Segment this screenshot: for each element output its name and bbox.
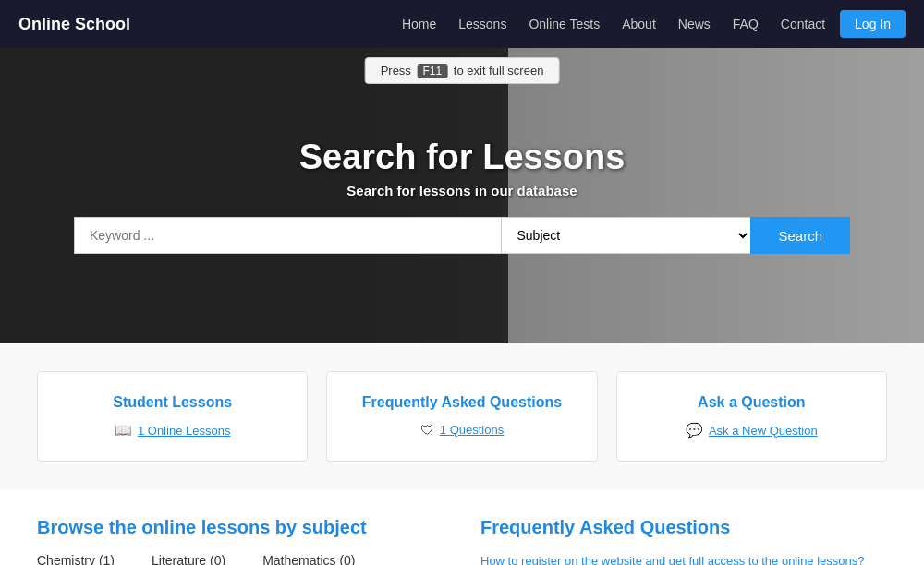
login-button[interactable]: Log In xyxy=(840,10,906,38)
subject-list: Chemistry (1) Literature (0) Mathematics… xyxy=(37,553,444,565)
card-faq: Frequently Asked Questions 🛡 1 Questions xyxy=(326,371,597,462)
card-link-2[interactable]: Ask a New Question xyxy=(709,424,818,438)
hero-title: Search for Lessons xyxy=(299,138,626,177)
nav-online-tests[interactable]: Online Tests xyxy=(529,17,600,31)
toast-key: F11 xyxy=(418,64,448,78)
faq-title: Frequently Asked Questions xyxy=(480,517,887,538)
card-meta-1: 🛡 1 Questions xyxy=(355,422,568,438)
nav-faq[interactable]: FAQ xyxy=(733,17,759,31)
browse-column: Browse the online lessons by subject Che… xyxy=(37,517,444,565)
cards-section: Student Lessons 📖 1 Online Lessons Frequ… xyxy=(0,343,924,489)
site-logo: Online School xyxy=(18,15,130,34)
nav-home[interactable]: Home xyxy=(402,17,436,31)
nav-lessons[interactable]: Lessons xyxy=(458,17,506,31)
card-icon-1: 🛡 xyxy=(420,422,434,438)
card-ask-question: Ask a Question 💬 Ask a New Question xyxy=(616,371,887,462)
card-icon-2: 💬 xyxy=(686,422,703,439)
subject-item-1[interactable]: Literature (0) xyxy=(152,553,225,565)
hero-section: Press F11 to exit full screen Search for… xyxy=(0,48,924,343)
browse-title: Browse the online lessons by subject xyxy=(37,517,444,538)
card-link-1[interactable]: 1 Questions xyxy=(440,423,504,437)
toast-suffix: to exit full screen xyxy=(454,64,544,78)
keyword-input[interactable] xyxy=(74,217,501,254)
fullscreen-toast: Press F11 to exit full screen xyxy=(365,57,560,84)
search-button[interactable]: Search xyxy=(750,217,850,254)
bottom-section: Browse the online lessons by subject Che… xyxy=(0,489,924,565)
card-meta-0: 📖 1 Online Lessons xyxy=(66,422,279,439)
card-title-0: Student Lessons xyxy=(66,394,279,411)
subject-item-2[interactable]: Mathematics (0) xyxy=(262,553,355,565)
faq-item-0: How to register on the website and get f… xyxy=(480,553,887,565)
card-meta-2: 💬 Ask a New Question xyxy=(645,422,858,439)
toast-prefix: Press xyxy=(381,64,411,78)
nav-about[interactable]: About xyxy=(622,17,656,31)
navbar: Online School Home Lessons Online Tests … xyxy=(0,0,924,48)
hero-content: Search for Lessons Search for lessons in… xyxy=(299,138,626,198)
subject-select[interactable]: Subject Chemistry Literature Mathematics… xyxy=(501,217,750,254)
faq-column: Frequently Asked Questions How to regist… xyxy=(480,517,887,565)
card-link-0[interactable]: 1 Online Lessons xyxy=(138,424,230,438)
card-title-2: Ask a Question xyxy=(645,394,858,411)
faq-link-0[interactable]: How to register on the website and get f… xyxy=(480,554,865,565)
search-bar: Subject Chemistry Literature Mathematics… xyxy=(74,217,850,254)
subject-item-0[interactable]: Chemistry (1) xyxy=(37,553,115,565)
card-student-lessons: Student Lessons 📖 1 Online Lessons xyxy=(37,371,308,462)
hero-subtitle: Search for lessons in our database xyxy=(299,183,626,198)
nav-news[interactable]: News xyxy=(678,17,711,31)
nav-contact[interactable]: Contact xyxy=(781,17,825,31)
card-icon-0: 📖 xyxy=(115,422,132,439)
card-title-1: Frequently Asked Questions xyxy=(355,394,568,411)
nav-links: Home Lessons Online Tests About News FAQ… xyxy=(402,17,825,31)
